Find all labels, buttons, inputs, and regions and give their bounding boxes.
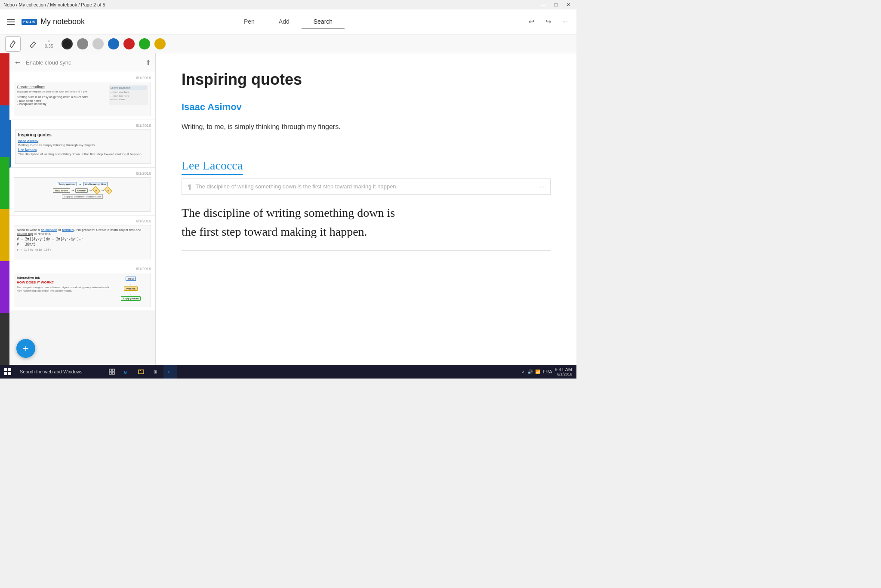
page-thumb-text1: Writing to me is simply thinking through… [18, 143, 148, 148]
svg-rect-6 [8, 372, 11, 375]
page-item-3[interactable]: 6/1/2016 Apply gesture → Add to recognit… [9, 168, 155, 215]
plus-icon: + [23, 342, 29, 354]
upload-icon[interactable]: ⬆ [145, 58, 151, 67]
svg-text:⊞: ⊞ [154, 369, 157, 374]
color-yellow[interactable] [154, 38, 166, 49]
page-date-3: 6/1/2016 [14, 171, 151, 175]
locale-badge: EN-US [22, 19, 37, 25]
back-button[interactable]: ← [14, 58, 22, 67]
page-title: Inspiring quotes [182, 71, 551, 89]
taskbar-nebo[interactable]: n [163, 365, 177, 379]
tab-search[interactable]: Search [302, 15, 345, 29]
more-button[interactable]: ··· [559, 16, 571, 28]
taskbar-task-view[interactable] [105, 365, 119, 379]
page-thumb-4: Need to write a calculation or formula? … [14, 225, 151, 259]
color-green[interactable] [139, 38, 150, 49]
quote-preview-text: The discipline of writing something down… [196, 183, 398, 190]
page-thumb-2: Inspiring quotes Isaac Asimov Writing to… [15, 129, 151, 164]
color-red[interactable] [123, 38, 135, 49]
color-tab-yellow[interactable] [0, 209, 9, 261]
main-layout: ← Enable cloud sync ⬆ 6/1/2016 Create he… [0, 53, 576, 365]
breadcrumb: Nebo / My collection / My notebook / Pag… [3, 2, 105, 7]
start-button[interactable] [0, 365, 15, 379]
svg-text:e: e [124, 369, 127, 375]
svg-rect-7 [109, 369, 111, 371]
taskbar-chevron[interactable]: ∧ [522, 369, 525, 374]
page-thumb-author1: Isaac Asimov [18, 139, 148, 143]
taskbar-apps: e ⊞ n [102, 365, 181, 379]
main-content: Inspiring quotes Isaac Asimov Writing, t… [156, 53, 576, 365]
minimize-button[interactable]: — [538, 2, 548, 8]
taskbar-network[interactable]: 📶 [535, 369, 540, 374]
page-thumb-text2: The discipline of writing something down… [18, 152, 148, 157]
page-thumb-1: Create headings Highlight or emphasize y… [14, 82, 151, 116]
nav-tabs: Pen Add Search [232, 15, 345, 29]
color-black[interactable] [62, 38, 73, 49]
title-bar: Nebo / My collection / My notebook / Pag… [0, 0, 576, 9]
pen-tool-button[interactable] [5, 36, 21, 52]
color-tab-purple[interactable] [0, 261, 9, 313]
hamburger-button[interactable] [0, 9, 22, 34]
page-thumb-author2: Lee Iacocca [18, 148, 148, 152]
page-thumb-3: Apply gesture → Add to recognition New s… [14, 177, 151, 212]
undo-button[interactable]: ↩ [525, 16, 538, 28]
svg-rect-3 [4, 368, 7, 371]
tab-pen[interactable]: Pen [232, 15, 267, 29]
divider-2 [182, 250, 551, 251]
svg-rect-2 [7, 24, 15, 25]
svg-rect-9 [109, 372, 111, 374]
author-2-handwritten: Lee Lacocca [182, 159, 243, 175]
svg-rect-0 [7, 19, 15, 20]
quote-2-handwritten: The discipline of writing something down… [182, 203, 551, 242]
page-thumb-5: Interactive ink HOW DOES IT WORK? The re… [14, 273, 151, 307]
page-thumb-title-2: Inspiring quotes [18, 132, 148, 137]
page-item-4[interactable]: 6/1/2016 Need to write a calculation or … [9, 215, 155, 263]
cloud-sync-bar: ← Enable cloud sync ⬆ [9, 53, 155, 72]
color-lightgray[interactable] [92, 38, 104, 49]
taskbar-volume[interactable]: 🔊 [527, 369, 533, 374]
page-item-5[interactable]: 6/1/2016 Interactive ink HOW DOES IT WOR… [9, 263, 155, 311]
cloud-sync-text: Enable cloud sync [26, 59, 141, 66]
taskbar-search-text[interactable]: Search the web and Windows [15, 369, 102, 374]
redo-button[interactable]: ↪ [542, 16, 554, 28]
close-button[interactable]: ✕ [564, 2, 573, 8]
toolbar: • 0.35 [0, 34, 576, 53]
color-tab-dark[interactable] [0, 313, 9, 365]
quote-more-button[interactable]: ··· [540, 184, 544, 190]
eraser-tool-button[interactable] [25, 36, 40, 52]
app-title-area: EN-US My notebook [22, 17, 85, 26]
taskbar-clock: 9:41 AM 6/1/2016 [555, 367, 572, 376]
page-date-4: 6/1/2016 [14, 219, 151, 223]
quote-icon: ¶ [188, 183, 191, 190]
app-title: My notebook [40, 17, 85, 26]
page-item-2[interactable]: 6/1/2016 Inspiring quotes Isaac Asimov W… [9, 120, 155, 168]
divider-1 [182, 150, 551, 150]
taskbar-explorer[interactable] [134, 365, 148, 379]
maximize-button[interactable]: □ [552, 2, 560, 8]
quote-1: Writing, to me, is simply thinking throu… [182, 121, 551, 132]
tab-add[interactable]: Add [267, 15, 302, 29]
app-header: EN-US My notebook Pen Add Search ↩ ↪ ··· [0, 9, 576, 34]
color-tab-red[interactable] [0, 53, 9, 105]
page-date-2: 6/1/2016 [15, 123, 151, 128]
color-gray[interactable] [77, 38, 88, 49]
svg-rect-1 [7, 22, 15, 22]
color-tab-green[interactable] [0, 157, 9, 209]
quote-preview-box: ¶ The discipline of writing something do… [182, 179, 551, 195]
color-sidebar [0, 53, 9, 365]
taskbar-edge[interactable]: e [120, 365, 133, 379]
svg-rect-4 [8, 368, 11, 371]
taskbar-date: 6/1/2016 [555, 372, 572, 376]
add-page-button[interactable]: + [16, 339, 35, 358]
author-1: Isaac Asimov [182, 102, 551, 113]
pen-size: • 0.35 [45, 39, 53, 49]
taskbar-lang: FRA [543, 369, 552, 374]
page-item-1[interactable]: 6/1/2016 Create headings Highlight or em… [9, 72, 155, 120]
svg-rect-8 [112, 369, 114, 371]
color-tab-blue[interactable] [0, 105, 9, 157]
color-blue[interactable] [108, 38, 119, 49]
page-date-1: 6/1/2016 [14, 76, 151, 80]
svg-text:n: n [168, 369, 170, 374]
taskbar-store[interactable]: ⊞ [149, 365, 163, 379]
page-date-5: 6/1/2016 [14, 267, 151, 271]
